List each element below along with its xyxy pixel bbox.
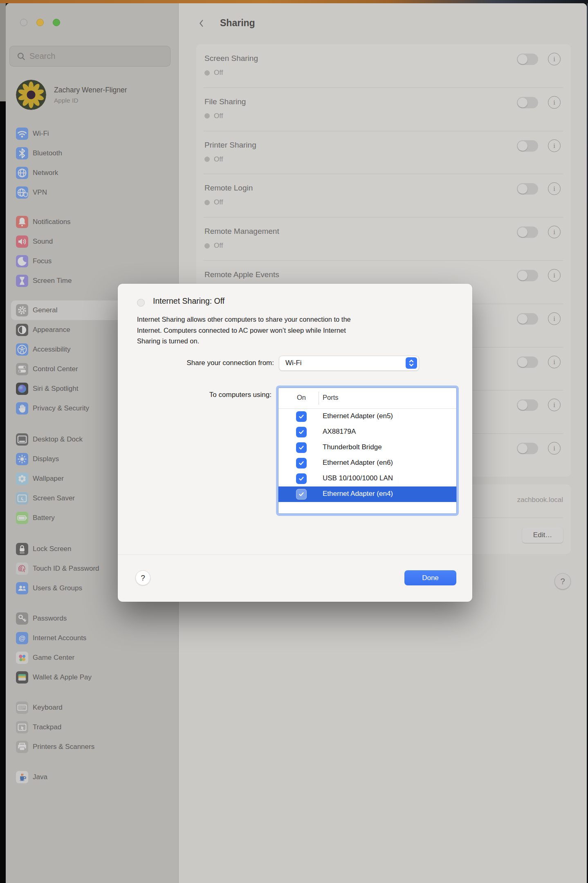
port-checkbox[interactable] — [296, 458, 307, 468]
port-row-ethernet-adapter-en6[interactable]: Ethernet Adapter (en6) — [278, 455, 456, 471]
desktop-background-left — [0, 3, 6, 101]
dialog-title: Internet Sharing: Off — [153, 296, 224, 306]
port-name: Ethernet Adapter (en4) — [323, 490, 393, 498]
port-checkbox[interactable] — [296, 427, 307, 437]
port-row-thunderbolt-bridge[interactable]: Thunderbolt Bridge — [278, 440, 456, 455]
ports-list: Ethernet Adapter (en5)AX88179AThunderbol… — [278, 409, 456, 502]
port-checkbox[interactable] — [296, 489, 307, 500]
ports-table: On Ports Ethernet Adapter (en5)AX88179AT… — [278, 388, 457, 514]
popup-stepper-icon — [406, 357, 417, 369]
share-from-label: Share your connection from: — [118, 359, 274, 367]
dialog-description-line: Sharing is turned on. — [137, 336, 351, 347]
port-row-ethernet-adapter-en4[interactable]: Ethernet Adapter (en4) — [278, 486, 456, 502]
done-button[interactable]: Done — [404, 570, 456, 585]
dialog-footer-divider — [118, 554, 472, 555]
ports-table-focus-ring: On Ports Ethernet Adapter (en5)AX88179AT… — [276, 385, 459, 516]
column-divider — [319, 392, 319, 405]
internet-sharing-status-indicator — [137, 299, 145, 307]
column-header-ports: Ports — [323, 394, 339, 401]
screen: Search Zachary Wener-Fligner Apple ID Wi… — [0, 0, 588, 883]
desktop-background-left-dark — [0, 101, 6, 883]
share-from-popup[interactable]: Wi-Fi — [279, 356, 419, 371]
port-checkbox[interactable] — [296, 473, 307, 484]
share-from-value: Wi-Fi — [285, 359, 302, 367]
port-name: Thunderbolt Bridge — [323, 443, 382, 451]
dialog-help-button[interactable]: ? — [135, 570, 150, 585]
column-header-on: On — [293, 394, 310, 401]
to-computers-label: To computers using: — [118, 391, 272, 399]
port-name: AX88179A — [323, 428, 356, 436]
desktop-menubar-sliver — [0, 0, 588, 3]
port-name: Ethernet Adapter (en5) — [323, 412, 393, 420]
internet-sharing-dialog: Internet Sharing: Off Internet Sharing a… — [118, 284, 472, 602]
dialog-description: Internet Sharing allows other computers … — [137, 314, 351, 347]
ports-table-header: On Ports — [278, 388, 456, 409]
port-checkbox[interactable] — [296, 411, 307, 422]
port-name: USB 10/100/1000 LAN — [323, 474, 393, 482]
port-name: Ethernet Adapter (en6) — [323, 459, 393, 467]
port-row-ax88179a[interactable]: AX88179A — [278, 424, 456, 440]
port-checkbox[interactable] — [296, 442, 307, 453]
dialog-description-line: Internet Sharing allows other computers … — [137, 314, 351, 325]
dialog-description-line: Internet. Computers connected to AC powe… — [137, 325, 351, 336]
port-row-usb-10-100-1000-lan[interactable]: USB 10/100/1000 LAN — [278, 471, 456, 486]
port-row-ethernet-adapter-en5[interactable]: Ethernet Adapter (en5) — [278, 409, 456, 424]
